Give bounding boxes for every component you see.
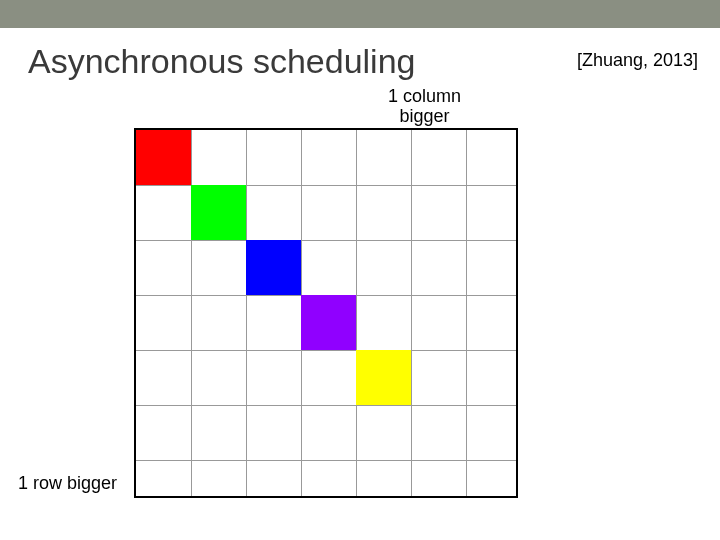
row-annotation: 1 row bigger	[18, 473, 117, 494]
slide-title: Asynchronous scheduling	[28, 42, 415, 81]
grid-hline	[136, 460, 516, 461]
grid-hline	[136, 240, 516, 241]
citation: [Zhuang, 2013]	[577, 50, 698, 71]
grid-hline	[136, 350, 516, 351]
column-annotation: 1 columnbigger	[388, 86, 461, 126]
cell-blue	[246, 240, 301, 295]
schedule-grid	[134, 128, 518, 498]
cell-purple	[301, 295, 356, 350]
cell-yellow	[356, 350, 411, 405]
grid-hline	[136, 405, 516, 406]
cell-green	[191, 185, 246, 240]
cell-red	[136, 130, 191, 185]
slide-top-bar	[0, 0, 720, 28]
